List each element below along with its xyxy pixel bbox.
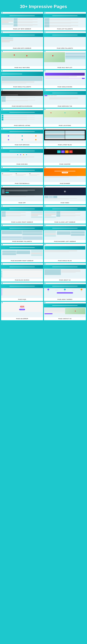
page-thumbnail-page-404-error: 404GO HOME (1, 302, 43, 317)
page-thumbnail-page-our-services (1, 128, 43, 144)
page-header: 30+ Impressive Pages (0, 0, 87, 12)
page-label-page-locations: PAGE LOCATIONS (44, 124, 86, 127)
page-thumbnail-page-how-it-works: 123 (44, 282, 86, 298)
page-thumbnail-page-masonry-left-sidebar (44, 224, 86, 240)
page-label-page-masonry-fullwidth: PAGE MASONRY FULLWIDTH (1, 240, 43, 243)
page-item-page-service-listing[interactable]: PAGE SERVICE LISTING (1, 108, 43, 127)
page-label-page-single-fullwidth: PAGE SINGLE FULLWIDTH (1, 86, 43, 88)
page-label-page-single-blog: PAGE SINGLE BLOG (44, 259, 86, 262)
page-thumbnail-page-counter: 99503010 (44, 147, 86, 163)
page-item-page-latest-blog[interactable]: PAGE LATEST BLOG (44, 128, 86, 146)
page-thumbnail-page-single-blog (44, 244, 86, 259)
page-thumbnail-page-half-map-grid (1, 50, 43, 66)
page-item-page-video[interactable]: PAGE VIDEO (44, 186, 86, 204)
page-item-page-masonry-fullwidth[interactable]: PAGE MASONRY FULLWIDTH (1, 224, 43, 243)
page-item-page-masonry-left-sidebar[interactable]: PAGE MASONRY LEFT SIDEBAR (44, 224, 86, 243)
page-thumbnail-page-masonry-right-sidebar (1, 244, 43, 259)
page-thumbnail-page-app (1, 186, 43, 201)
page-label-page-grid-fullwidth: PAGE GRID FULLWIDTH (44, 47, 86, 50)
page-label-page-counter: PAGE COUNTER (44, 163, 86, 166)
page-thumbnail-page-service-listing (1, 108, 43, 124)
page-thumbnail-page-contact-us (44, 302, 86, 317)
page-label-page-classic-right-sidebar: PAGE CLASSIC RIGHT SIDEBAR (1, 221, 43, 224)
page-thumbnail-page-half-map-list (44, 50, 86, 66)
page-thumbnail-page-testimonials (1, 166, 43, 182)
page-item-page-list-sidebar[interactable]: PAGE LIST WITH SIDEBAR (1, 12, 43, 30)
page-thumbnail-page-about-us (44, 263, 86, 279)
page-thumbnail-page-masonry-fullwidth (1, 224, 43, 240)
page-label-page-icon-box: PAGE ICON BOX (1, 163, 43, 166)
page-thumbnail-page-latest-blog (44, 128, 86, 144)
page-label-page-banner: PAGE BANNER (44, 182, 86, 185)
page-thumbnail-page-locations (44, 108, 86, 124)
page-thumbnail-page-grid-fullwidth (44, 31, 86, 47)
page-label-page-app: PAGE APP (1, 201, 43, 204)
page-label-page-how-it-works: PAGE HOW IT WORKS (44, 298, 86, 301)
page-item-page-single-fullwidth[interactable]: PAGE SINGLE FULLWIDTH (1, 70, 43, 88)
page-thumbnail-page-list-fullwidth (44, 12, 86, 28)
page-item-page-half-map-list[interactable]: PAGE HALF MAP LIST (44, 50, 86, 69)
page-label-page-faqs: PAGE FAQS (1, 298, 43, 301)
page-item-page-masonry-right-sidebar[interactable]: PAGE MASONRY RIGHT SIDEBAR (1, 244, 43, 262)
page-item-page-testimonials[interactable]: PAGE TESTIMONIALS (1, 166, 43, 185)
page-label-page-single-boxed: PAGE SINGLE BOXED (44, 86, 86, 88)
page-thumbnail-page-icon-box (1, 147, 43, 163)
page-label-page-service-listing: PAGE SERVICE LISTING (1, 124, 43, 127)
page-item-page-list-fullwidth[interactable]: PAGE LIST FULLWIDTH (44, 12, 86, 30)
page-label-page-testimonials: PAGE TESTIMONIALS (1, 182, 43, 185)
page-label-page-404-error: PAGE 404 ERROR (1, 317, 43, 320)
page-label-page-list-sidebar: PAGE LIST WITH SIDEBAR (1, 28, 43, 30)
page-label-page-video: PAGE VIDEO (44, 201, 86, 204)
page-thumbnail-page-grid-sidebar (1, 31, 43, 47)
page-label-page-classic-left-sidebar: PAGE CLASSIC LEFT SIDEBAR (44, 221, 86, 224)
page-thumbnail-page-header-background (1, 89, 43, 105)
page-item-page-services-tab[interactable]: PAGE SERVICES TAB (44, 89, 86, 108)
page-item-page-single-blog[interactable]: PAGE SINGLE BLOG (44, 244, 86, 262)
page-label-page-half-map-list: PAGE HALF MAP LIST (44, 66, 86, 69)
page-label-page-latest-blog: PAGE LATEST BLOG (44, 144, 86, 146)
page-item-page-half-map-grid[interactable]: PAGE HALF MAP GRID (1, 50, 43, 69)
page-label-page-services-tab: PAGE SERVICES TAB (44, 105, 86, 108)
page-thumbnail-page-classic-right-sidebar (1, 205, 43, 221)
page-thumbnail-page-faqs (1, 282, 43, 298)
page-thumbnail-page-services-tab (44, 89, 86, 105)
page-item-page-header-background[interactable]: PAGE HEADER BACKGROUND (1, 89, 43, 108)
page-item-page-icon-box[interactable]: PAGE ICON BOX (1, 147, 43, 166)
page-item-page-classic-left-sidebar[interactable]: PAGE CLASSIC LEFT SIDEBAR (44, 205, 86, 224)
page-label-page-blog-search: PAGE BLOG SEARCH (1, 279, 43, 282)
page-thumbnail-page-single-boxed (44, 70, 86, 86)
pages-grid: PAGE LIST WITH SIDEBARPAGE LIST FULLWIDT… (0, 12, 87, 323)
page-title: 30+ Impressive Pages (2, 4, 85, 9)
page-label-page-about-us: PAGE ABOUT US (44, 279, 86, 282)
page-label-page-masonry-right-sidebar: PAGE MASONRY RIGHT SIDEBAR (1, 259, 43, 262)
page-thumbnail-page-classic-left-sidebar (44, 205, 86, 221)
page-thumbnail-page-blog-search (1, 263, 43, 279)
page-label-page-contact-us: PAGE CONTACT US (44, 317, 86, 320)
page-item-page-app[interactable]: PAGE APP (1, 186, 43, 204)
page-label-page-our-services: PAGE OUR SERVICES (1, 144, 43, 146)
page-thumbnail-page-banner: LEARN MORE (44, 166, 86, 182)
page-item-page-single-boxed[interactable]: PAGE SINGLE BOXED (44, 70, 86, 88)
page-label-page-masonry-left-sidebar: PAGE MASONRY LEFT SIDEBAR (44, 240, 86, 243)
page-item-page-banner[interactable]: LEARN MOREPAGE BANNER (44, 166, 86, 185)
page-thumbnail-page-list-sidebar (1, 12, 43, 28)
page-label-page-grid-sidebar: PAGE GRID WITH SIDEBAR (1, 47, 43, 50)
page-thumbnail-page-single-fullwidth (1, 70, 43, 86)
page-item-page-faqs[interactable]: PAGE FAQS (1, 282, 43, 301)
page-item-page-grid-fullwidth[interactable]: PAGE GRID FULLWIDTH (44, 31, 86, 50)
page-item-page-classic-right-sidebar[interactable]: PAGE CLASSIC RIGHT SIDEBAR (1, 205, 43, 224)
page-item-page-contact-us[interactable]: PAGE CONTACT US (44, 302, 86, 320)
page-label-page-header-background: PAGE HEADER BACKGROUND (1, 105, 43, 108)
page-thumbnail-page-video (44, 186, 86, 201)
page-item-page-blog-search[interactable]: PAGE BLOG SEARCH (1, 263, 43, 282)
page-item-page-grid-sidebar[interactable]: PAGE GRID WITH SIDEBAR (1, 31, 43, 50)
page-item-page-404-error[interactable]: 404GO HOMEPAGE 404 ERROR (1, 302, 43, 320)
page-item-page-about-us[interactable]: PAGE ABOUT US (44, 263, 86, 282)
page-item-page-our-services[interactable]: PAGE OUR SERVICES (1, 128, 43, 146)
page-item-page-locations[interactable]: PAGE LOCATIONS (44, 108, 86, 127)
page-item-page-how-it-works[interactable]: 123PAGE HOW IT WORKS (44, 282, 86, 301)
page-label-page-half-map-grid: PAGE HALF MAP GRID (1, 66, 43, 69)
page-item-page-counter[interactable]: 99503010PAGE COUNTER (44, 147, 86, 166)
page-label-page-list-fullwidth: PAGE LIST FULLWIDTH (44, 28, 86, 30)
